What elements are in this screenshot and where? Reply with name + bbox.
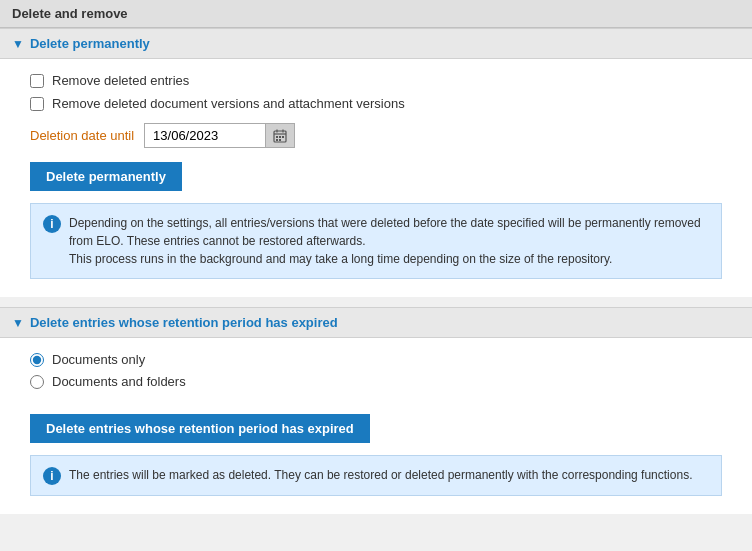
deletion-date-input[interactable] xyxy=(145,124,265,147)
date-row: Deletion date until xyxy=(30,123,722,148)
date-input-wrapper xyxy=(144,123,295,148)
section1-content: Remove deleted entries Remove deleted do… xyxy=(0,59,752,297)
svg-rect-6 xyxy=(282,136,284,138)
section-retention-expired: ▼ Delete entries whose retention period … xyxy=(0,307,752,514)
info-text-section2: The entries will be marked as deleted. T… xyxy=(69,466,692,484)
documents-only-label: Documents only xyxy=(52,352,145,367)
section2-content: Documents only Documents and folders Del… xyxy=(0,338,752,514)
section2-title: Delete entries whose retention period ha… xyxy=(30,315,338,330)
section1-title: Delete permanently xyxy=(30,36,150,51)
info-line2: This process runs in the background and … xyxy=(69,252,612,266)
svg-rect-4 xyxy=(276,136,278,138)
delete-permanently-button[interactable]: Delete permanently xyxy=(30,162,182,191)
info-icon-section1: i xyxy=(43,215,61,233)
documents-only-radio[interactable] xyxy=(30,353,44,367)
chevron-down-icon-2: ▼ xyxy=(12,316,24,330)
chevron-down-icon: ▼ xyxy=(12,37,24,51)
section-delete-permanently: ▼ Delete permanently Remove deleted entr… xyxy=(0,28,752,297)
documents-and-folders-radio[interactable] xyxy=(30,375,44,389)
radio-row-2: Documents and folders xyxy=(30,374,722,389)
info-icon-section2: i xyxy=(43,467,61,485)
info-box-section1: i Depending on the settings, all entries… xyxy=(30,203,722,279)
section-header-retention[interactable]: ▼ Delete entries whose retention period … xyxy=(0,307,752,338)
info-line1: Depending on the settings, all entries/v… xyxy=(69,216,701,248)
svg-rect-7 xyxy=(276,139,278,141)
svg-rect-8 xyxy=(279,139,281,141)
documents-and-folders-label: Documents and folders xyxy=(52,374,186,389)
remove-deleted-entries-checkbox[interactable] xyxy=(30,74,44,88)
remove-deleted-entries-label: Remove deleted entries xyxy=(52,73,189,88)
remove-deleted-versions-label: Remove deleted document versions and att… xyxy=(52,96,405,111)
info-box-section2: i The entries will be marked as deleted.… xyxy=(30,455,722,496)
radio-row-1: Documents only xyxy=(30,352,722,367)
delete-retention-button[interactable]: Delete entries whose retention period ha… xyxy=(30,414,370,443)
remove-deleted-versions-checkbox[interactable] xyxy=(30,97,44,111)
calendar-button[interactable] xyxy=(265,124,294,147)
section-header-delete-permanently[interactable]: ▼ Delete permanently xyxy=(0,28,752,59)
svg-rect-5 xyxy=(279,136,281,138)
page-title: Delete and remove xyxy=(0,0,752,28)
calendar-icon xyxy=(273,129,287,143)
date-label: Deletion date until xyxy=(30,128,134,143)
checkbox-row-1: Remove deleted entries xyxy=(30,73,722,88)
info-text-section1: Depending on the settings, all entries/v… xyxy=(69,214,709,268)
checkbox-row-2: Remove deleted document versions and att… xyxy=(30,96,722,111)
